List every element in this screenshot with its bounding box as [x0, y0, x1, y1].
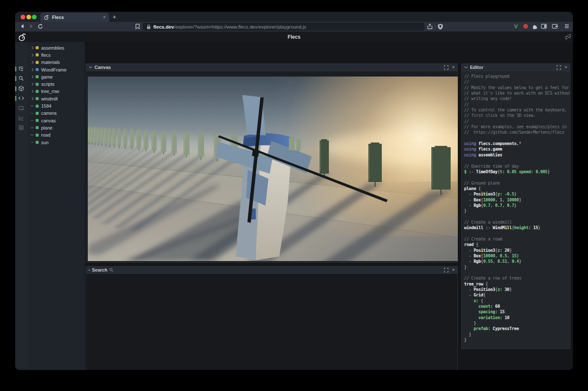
- active-indicator: [15, 86, 16, 91]
- fullscreen-icon[interactable]: [556, 65, 561, 70]
- app-header: Flecs: [15, 32, 573, 42]
- expand-chevron-icon[interactable]: [30, 82, 34, 86]
- fullscreen-icon[interactable]: [444, 268, 449, 272]
- entity-label: plane: [41, 125, 52, 130]
- tab-title: Flecs: [52, 15, 103, 20]
- entity-label: assemblies: [41, 45, 64, 50]
- tree-item-windmill[interactable]: windmill: [28, 95, 85, 102]
- wallet-icon[interactable]: [552, 24, 558, 29]
- entity-label: materials: [41, 60, 60, 65]
- entity-label: 1584: [41, 103, 51, 108]
- fullscreen-icon[interactable]: [444, 65, 449, 70]
- tree-item-scripts[interactable]: scripts: [28, 80, 85, 87]
- tree-item-plane[interactable]: plane: [28, 124, 85, 131]
- entity-label: canvas: [41, 118, 56, 123]
- expand-chevron-icon[interactable]: [30, 61, 34, 64]
- entity-kind-swatch: [36, 134, 39, 137]
- entity-label: flecs: [41, 53, 51, 58]
- active-indicator: [15, 96, 16, 101]
- sidebar-toggle-icon[interactable]: [541, 24, 547, 29]
- chevron-down-icon[interactable]: [464, 66, 468, 69]
- traffic-light-zoom[interactable]: [32, 15, 37, 19]
- reload-icon[interactable]: [37, 24, 43, 29]
- leaf-dash-icon: [31, 127, 34, 128]
- url-path: /explorer/?wasm=https://www.flecs.dev/ex…: [174, 24, 306, 29]
- extensions-puzzle-icon[interactable]: [532, 24, 538, 29]
- active-indicator: [15, 66, 16, 71]
- scene-cube-icon[interactable]: [18, 86, 24, 91]
- search-results-area[interactable]: [87, 274, 457, 370]
- tree-item-1584[interactable]: 1584: [28, 102, 85, 109]
- entity-kind-swatch: [36, 97, 39, 100]
- lock-icon: [147, 24, 151, 29]
- entity-tree-panel: assembliesflecsmaterialsWoodFramegamescr…: [28, 42, 85, 370]
- leaf-dash-icon: [31, 135, 34, 135]
- canvas-panel-header[interactable]: Canvas ×: [86, 64, 457, 71]
- canvas-3d-scene[interactable]: [88, 77, 458, 261]
- close-icon[interactable]: ×: [452, 267, 455, 272]
- menu-icon[interactable]: [564, 24, 570, 29]
- outliner-icon[interactable]: [18, 66, 24, 71]
- code-editor[interactable]: // Flecs playground//// Modify the value…: [462, 71, 570, 349]
- entity-kind-swatch: [36, 112, 39, 115]
- code-icon[interactable]: [18, 95, 24, 101]
- entity-kind-swatch: [36, 105, 39, 108]
- logs-icon[interactable]: [18, 125, 24, 130]
- expand-chevron-icon[interactable]: [30, 46, 34, 49]
- entity-kind-swatch: [36, 61, 39, 64]
- chevron-down-icon[interactable]: [89, 66, 92, 69]
- forward-icon[interactable]: [29, 24, 34, 29]
- leaf-dash-icon: [31, 120, 34, 121]
- search-panel-header[interactable]: Search ×: [86, 267, 457, 274]
- brave-shield-icon[interactable]: [438, 24, 443, 30]
- search-panel-title: Search: [92, 267, 108, 272]
- vimium-icon[interactable]: V: [514, 23, 518, 29]
- expand-chevron-icon[interactable]: [30, 97, 34, 100]
- entity-kind-swatch: [36, 75, 39, 78]
- url-bar[interactable]: flecs.dev/explorer/?wasm=https://www.fle…: [143, 23, 424, 31]
- expand-chevron-icon[interactable]: [30, 75, 34, 79]
- tree-item-game[interactable]: game: [28, 73, 85, 80]
- extension-red-icon[interactable]: [523, 24, 528, 29]
- entity-kind-swatch: [36, 68, 39, 71]
- flecs-explorer-app: Flecs: [15, 32, 573, 370]
- stats-chart-icon[interactable]: [18, 115, 24, 121]
- canvas-panel: Canvas ×: [86, 63, 458, 263]
- close-icon[interactable]: ×: [564, 65, 567, 70]
- editor-panel-header[interactable]: Editor ×: [462, 64, 570, 71]
- tree-item-assemblies[interactable]: assemblies: [28, 44, 85, 51]
- bookmark-icon[interactable]: [135, 24, 140, 29]
- search-icon[interactable]: [18, 76, 24, 81]
- tab-close-icon[interactable]: ×: [103, 15, 106, 20]
- expand-chevron-icon[interactable]: [30, 90, 34, 93]
- active-indicator: [15, 76, 16, 81]
- tree-item-WoodFrame[interactable]: WoodFrame: [28, 66, 85, 73]
- windmill-hub: [252, 150, 259, 157]
- entity-kind-swatch: [36, 141, 39, 144]
- share-link-icon[interactable]: [565, 34, 571, 40]
- back-icon[interactable]: [20, 24, 25, 29]
- share-icon[interactable]: [427, 24, 433, 29]
- inspector-icon[interactable]: [18, 106, 24, 111]
- tree-item-flecs[interactable]: flecs: [28, 51, 85, 58]
- tree-item-tree_row[interactable]: tree_row: [28, 88, 85, 95]
- toolbar-divider: [435, 24, 435, 29]
- traffic-light-minimize[interactable]: [26, 15, 31, 19]
- tree-item-sun[interactable]: sun: [28, 139, 85, 146]
- tree-item-camera[interactable]: camera: [28, 110, 85, 117]
- tree-item-materials[interactable]: materials: [28, 59, 85, 66]
- traffic-light-close[interactable]: [21, 15, 25, 19]
- close-icon[interactable]: ×: [452, 65, 455, 70]
- tree-item-road[interactable]: road: [28, 132, 85, 139]
- expand-chevron-icon[interactable]: [30, 53, 34, 57]
- entity-label: game: [41, 74, 53, 79]
- entity-kind-swatch: [36, 126, 39, 129]
- new-tab-button[interactable]: +: [113, 13, 116, 20]
- sidebar-icon-strip: [15, 42, 28, 370]
- browser-tab-flecs[interactable]: Flecs ×: [40, 13, 109, 22]
- expand-chevron-icon[interactable]: [30, 68, 34, 71]
- search-small-icon: [109, 268, 113, 272]
- search-panel: Search ×: [86, 266, 458, 370]
- entity-kind-swatch: [36, 119, 39, 122]
- tree-item-canvas[interactable]: canvas: [28, 117, 85, 124]
